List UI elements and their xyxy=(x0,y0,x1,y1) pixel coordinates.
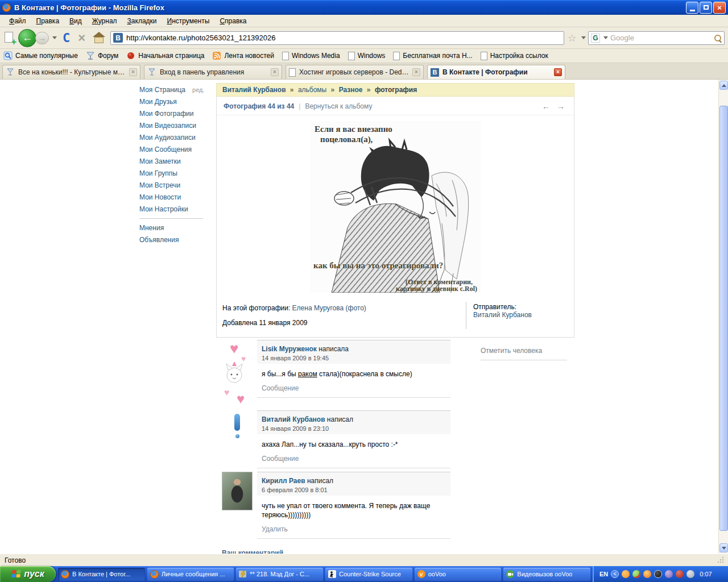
sidebar-item-friends[interactable]: Мои Друзья xyxy=(139,98,208,105)
tab-control-panel[interactable]: Вход в панель управления × xyxy=(144,65,282,79)
bookmark-home-page[interactable]: Начальная страница xyxy=(126,51,204,60)
prev-photo-arrow[interactable]: ← xyxy=(542,102,552,111)
comment-avatar-exclamation[interactable] xyxy=(222,410,253,443)
steam-tray-icon[interactable] xyxy=(654,570,662,578)
menu-bookmarks[interactable]: Закладки xyxy=(123,16,162,26)
back-button[interactable]: ← xyxy=(18,29,36,47)
bookmark-news-feed[interactable]: Лента новостей xyxy=(212,51,274,60)
tab-skates[interactable]: Все на коньки!!! - Культурные мероп... × xyxy=(2,65,140,79)
hidden-icons-chevron-icon[interactable]: < xyxy=(611,570,619,578)
tagged-person-link[interactable]: Елена Муругова xyxy=(292,304,344,312)
history-dropdown-icon[interactable] xyxy=(52,36,57,39)
language-indicator[interactable]: EN xyxy=(599,571,608,577)
comment-delete-link[interactable]: Удалить xyxy=(262,525,288,533)
next-photo-arrow[interactable]: → xyxy=(557,102,567,111)
sidebar-divider xyxy=(139,218,203,219)
task-oovoo[interactable]: V ooVoo xyxy=(415,568,502,581)
network-tray-icon[interactable] xyxy=(686,570,694,578)
search-magnifier-icon[interactable] xyxy=(714,34,722,42)
star-dropdown-icon[interactable] xyxy=(581,36,586,39)
scroll-up-button[interactable] xyxy=(719,81,728,90)
breadcrumb-user-link[interactable]: Виталий Курбанов xyxy=(222,86,286,94)
forward-button[interactable]: → xyxy=(35,32,49,44)
tab-close-icon[interactable]: × xyxy=(129,68,137,76)
sender-link[interactable]: Виталий Курбанов xyxy=(473,311,532,319)
comment-message-link[interactable]: Сообщение xyxy=(262,455,299,463)
bookmark-most-visited[interactable]: Самые популярные xyxy=(3,51,78,60)
messenger-tray-icon[interactable] xyxy=(676,570,684,578)
sidebar-item-meetings[interactable]: Мои Встречи xyxy=(139,182,208,189)
tag-person-link[interactable]: Отметить человека xyxy=(481,347,567,360)
home-button[interactable] xyxy=(92,32,106,44)
breadcrumb-album-link[interactable]: Разное xyxy=(339,86,363,94)
task-oovoo-videocall[interactable]: Видеовызов ooVoo xyxy=(503,568,590,581)
comment-avatar-cat-hearts[interactable]: ♥ ♥ ♥ ♥ xyxy=(222,340,253,407)
address-bar[interactable]: B http://vkontakte.ru/photo2563021_12139… xyxy=(110,31,564,45)
sidebar-item-groups[interactable]: Мои Группы xyxy=(139,170,208,177)
search-placeholder[interactable]: Google xyxy=(610,34,712,42)
reload-button[interactable]: C xyxy=(59,31,73,45)
back-to-album-link[interactable]: Вернуться к альбому xyxy=(305,102,372,110)
tab-close-icon[interactable]: × xyxy=(554,68,562,76)
resize-grip[interactable] xyxy=(717,557,723,564)
vertical-scrollbar[interactable] xyxy=(718,80,728,554)
task-winamp[interactable]: ** 218. Мэд Дог - С... xyxy=(236,568,323,581)
task-vkontakte[interactable]: В Контакте | Фотог... xyxy=(58,568,145,581)
bookmark-links-setup[interactable]: Настройка ссылок xyxy=(481,52,548,60)
task-messages[interactable]: Личные сообщения ... xyxy=(147,568,234,581)
google-engine-icon[interactable]: G xyxy=(591,34,600,43)
maximize-button[interactable] xyxy=(700,2,712,14)
close-button[interactable]: × xyxy=(713,2,726,14)
menu-help[interactable]: Справка xyxy=(215,16,251,26)
tab-close-icon[interactable]: × xyxy=(271,68,279,76)
oovoo-tray-icon[interactable] xyxy=(622,570,630,578)
comment-author-link[interactable]: Кирилл Раев xyxy=(262,477,305,485)
sidebar-item-my-page[interactable]: Моя Страницаред. xyxy=(139,86,208,93)
bookmark-windows[interactable]: Windows xyxy=(348,52,386,60)
page-icon xyxy=(481,52,487,60)
sidebar-item-messages[interactable]: Мои Сообщения xyxy=(139,146,208,153)
search-box[interactable]: G Google xyxy=(588,31,725,45)
sidebar-item-notes[interactable]: Мои Заметки xyxy=(139,158,208,165)
task-counter-strike[interactable]: Counter-Strike Source xyxy=(325,568,412,581)
flame-tray-icon[interactable] xyxy=(643,570,651,578)
menu-history[interactable]: Журнал xyxy=(88,16,122,26)
new-page-icon[interactable]: + xyxy=(3,31,16,45)
bookmark-forum[interactable]: Форум xyxy=(86,51,118,60)
scroll-down-button[interactable] xyxy=(719,543,728,552)
agent-tray-icon[interactable] xyxy=(632,570,640,578)
tab-vkontakte-active[interactable]: B В Контакте | Фотографии × xyxy=(427,65,565,79)
bookmark-windows-media[interactable]: Windows Media xyxy=(282,52,340,60)
comment-author-link[interactable]: Lisik Муруженок xyxy=(262,345,317,353)
tagged-photo-link[interactable]: (фото) xyxy=(346,304,366,312)
sidebar-item-opinions[interactable]: Мнения xyxy=(139,225,208,231)
breadcrumb-albums-link[interactable]: альбомы xyxy=(298,86,326,94)
sidebar-item-photos[interactable]: Мои Фотографии xyxy=(139,110,208,117)
tab-game-hosting[interactable]: Хостинг игровых серверов - Dedicate... × xyxy=(286,65,424,79)
start-button[interactable]: пуск xyxy=(0,566,56,582)
tab-close-icon[interactable]: × xyxy=(412,68,420,76)
sidebar-item-ads[interactable]: Объявления xyxy=(139,236,208,243)
bookmark-free-mail[interactable]: Бесплатная почта Н... xyxy=(393,52,472,60)
bookmark-star-icon[interactable]: ☆ xyxy=(566,32,578,44)
sidebar-item-videos[interactable]: Мои Видеозаписи xyxy=(139,122,208,129)
comment-author-link[interactable]: Виталий Курбанов xyxy=(262,415,325,423)
vk-favicon: B xyxy=(431,68,439,77)
menu-view[interactable]: Вид xyxy=(65,16,86,26)
menu-edit[interactable]: Правка xyxy=(32,16,64,26)
comment-avatar-photo[interactable] xyxy=(222,472,253,510)
volume-tray-icon[interactable] xyxy=(665,570,673,578)
menu-tools[interactable]: Инструменты xyxy=(163,16,214,26)
comment-message-link[interactable]: Сообщение xyxy=(262,384,299,392)
engine-dropdown-icon[interactable] xyxy=(603,36,608,39)
sidebar-edit-link[interactable]: ред. xyxy=(192,86,204,93)
sidebar-item-audio[interactable]: Мои Аудиозаписи xyxy=(139,134,208,141)
minimize-button[interactable] xyxy=(686,2,698,14)
menu-file[interactable]: Файл xyxy=(5,16,31,26)
url-text[interactable]: http://vkontakte.ru/photo2563021_1213920… xyxy=(126,34,561,42)
comment-text: чуть не упал от твоего коммента. Я тепер… xyxy=(257,496,450,521)
sidebar-item-settings[interactable]: Мои Настройки xyxy=(139,206,208,213)
scrollbar-thumb[interactable] xyxy=(719,106,728,531)
sidebar-item-news[interactable]: Мои Новости xyxy=(139,194,208,201)
stop-button[interactable]: × xyxy=(76,31,88,45)
